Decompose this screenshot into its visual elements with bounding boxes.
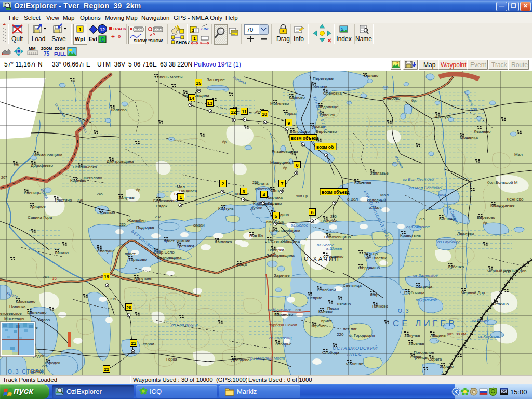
svg-text:Волоховщина: Волоховщина [324,235,351,240]
svg-text:Зорино: Зорино [440,364,454,369]
svg-text:возм об: возм об [316,144,334,150]
svg-text:225: 225 [42,364,48,368]
svg-text:Третники: Третники [177,244,194,248]
svg-text:Event: Event [470,61,486,69]
svg-text:6: 6 [311,210,313,215]
svg-text:Ивановщина: Ивановщина [157,255,182,260]
svg-text:190: 190 [13,163,19,167]
svg-text:3: 3 [242,189,245,194]
svg-text:209: 209 [470,107,477,112]
svg-text:лет лаг.: лет лаг. [343,327,357,331]
svg-text:SHOW: SHOW [134,38,147,43]
svg-text:13: 13 [207,101,212,106]
svg-text:Мошенка: Мошенка [460,135,478,140]
svg-text:Save: Save [51,35,66,43]
svg-text:Лежнево: Лежнево [474,129,491,134]
svg-text:Павлиха: Павлиха [266,195,283,200]
svg-text:219: 219 [110,297,116,301]
svg-text:м. Толстик: м. Толстик [366,256,387,260]
svg-text:Рядок: Рядок [156,204,168,208]
svg-text:бр.: бр. [411,99,417,103]
svg-text:Терешовщина: Терешовщина [182,93,209,98]
svg-text:Evt: Evt [89,36,98,42]
svg-text:Ореховка: Ореховка [323,91,342,96]
svg-text:Track: Track [491,61,508,69]
svg-text:бр.: бр. [283,166,288,170]
svg-text:оз Залеткое: оз Залеткое [413,273,438,278]
svg-text:237: 237 [155,215,161,219]
svg-text:оз Бол.Щучья: оз Бол.Щучья [171,323,198,327]
svg-text:Заречье: Заречье [311,324,327,328]
svg-text:Заозерье: Заозерье [207,77,225,82]
svg-text:оз Боярское: оз Боярское [406,224,430,229]
svg-text:Белкино: Белкино [493,302,509,307]
svg-text:Картунь: Картунь [218,206,234,211]
svg-text:15: 15 [196,81,201,86]
svg-text:Сосница: Сосница [311,85,328,89]
svg-text:235: 235 [119,223,126,227]
svg-text:Перетерье: Перетерье [313,76,334,81]
svg-text:12: 12 [231,110,236,115]
svg-text:сараи: сараи [143,342,154,347]
svg-text:Трестино: Трестино [54,198,72,203]
svg-text:Залучье: Залучье [118,195,135,200]
svg-text:Узгово: Узгово [37,317,50,322]
svg-text:OziExplorer: OziExplorer [66,388,102,395]
svg-text:2: 2 [221,181,224,187]
svg-text:Мосеевцы: Мосеевцы [4,316,24,321]
svg-text:оз Мал Пестово: оз Мал Пестово [409,185,442,190]
svg-text:Мал: Мал [514,152,523,157]
svg-text:о. Городомля: о. Городомля [349,333,375,338]
svg-text:Горка: Горка [285,111,296,116]
svg-text:MM: MM [29,46,36,51]
svg-text:ZOOM: ZOOM [41,47,52,50]
svg-text:бр.: бр. [222,140,228,144]
svg-text:295: 295 [330,215,337,218]
svg-text:Столбной: Столбной [317,288,336,292]
svg-text:Глубочица: Глубочица [404,290,425,295]
svg-text:Нащивец: Нащивец [179,189,197,193]
svg-text:Заборки: Заборки [268,248,284,252]
svg-text:16: 16 [52,276,57,281]
svg-text:Березовский: Березовский [153,198,178,203]
svg-text:О.З СТЕРЖ: О.З СТЕРЖ [8,369,46,375]
svg-text:Жегалово: Жегалово [83,176,102,180]
svg-text:23: 23 [196,294,201,298]
svg-text:О.ХАЧИН: О.ХАЧИН [304,256,340,262]
svg-text:Ласкоревщина: Ласкоревщина [266,253,295,258]
svg-text:Дубок: Дубок [250,206,262,210]
svg-text:в.Шокье: в.Шокье [326,246,342,251]
svg-text:Бараново: Бараново [274,312,294,317]
svg-text:Твердякино: Твердякино [357,265,380,270]
svg-text:Сорега: Сорега [428,357,442,362]
svg-text:оз.Кривское: оз.Кривское [268,307,291,312]
svg-text:Свапуще: Свапуще [97,249,115,254]
svg-text:Светлица: Светлица [343,283,362,288]
svg-text:бр.: бр. [483,221,488,225]
svg-text:оз.Белое: оз.Белое [291,223,309,228]
svg-text:Новинка: Новинка [9,304,26,309]
svg-text:Route: Route [511,61,528,69]
svg-text:турбаза Сокол: турбаза Сокол [269,323,297,327]
svg-text:TRACK: TRACK [113,26,127,31]
svg-text:220-: 220- [337,332,345,337]
svg-text:оз.Рясно: оз.Рясно [472,318,489,323]
svg-text:4: 4 [262,192,265,197]
svg-text:ПЛЕС: ПЛЕС [347,352,362,357]
svg-text:Лом: Лом [437,193,446,197]
svg-text:Красуха: Красуха [435,115,451,119]
svg-text:Задубье: Задубье [321,219,338,223]
svg-text:Глебово: Глебово [384,96,401,101]
svg-text:бр.: бр. [136,188,141,192]
svg-text:Мамоновщина: Мамоновщина [34,153,63,157]
svg-text:Могилево: Могилево [270,101,289,106]
svg-text:Тарасово: Тарасово [128,257,147,262]
svg-text:хвостово: хвостово [255,187,272,191]
svg-text:248·: 248· [43,275,50,279]
svg-text:Горка: Горка [410,355,421,360]
svg-text:Ровень Мосты: Ровень Мосты [155,75,183,79]
svg-text:Залучье: Залучье [404,333,420,338]
svg-text:Междуречье: Междуречье [490,203,515,208]
svg-text:220: 220 [295,308,301,312]
svg-text:Шиловка: Шиловка [215,240,232,244]
